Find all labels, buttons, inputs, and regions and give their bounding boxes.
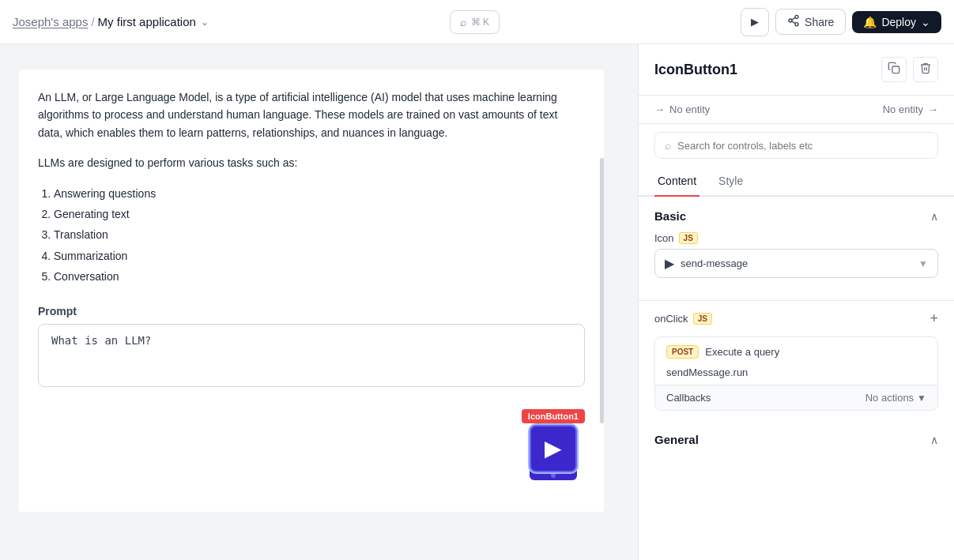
onclick-text: onClick	[654, 313, 688, 325]
delete-button[interactable]	[913, 57, 938, 82]
section-basic-title: Basic	[654, 209, 686, 223]
post-badge: POST	[666, 345, 699, 359]
list-item: Generating text	[54, 205, 585, 223]
icon-select-chevron-icon: ▼	[918, 258, 928, 269]
prompt-input[interactable]: What is an LLM?	[38, 324, 585, 387]
icon-field-label: Icon JS	[654, 232, 938, 244]
onclick-label: onClick JS	[654, 313, 712, 325]
deploy-button[interactable]: 🔔 Deploy ⌄	[852, 11, 941, 33]
icon-field: Icon JS ▶ send-message ▼	[654, 232, 938, 278]
breadcrumb-chevron-icon[interactable]: ⌄	[201, 17, 209, 28]
query-execute-label: Execute a query	[705, 346, 779, 358]
onclick-header: onClick JS +	[639, 301, 954, 336]
query-card: POST Execute a query sendMessage.run Cal…	[654, 336, 938, 411]
entity-right-label: No entity	[883, 103, 923, 115]
breadcrumb-current-app[interactable]: My first application	[98, 15, 196, 28]
bell-icon: 🔔	[863, 16, 877, 28]
breadcrumb-apps-link[interactable]: Joseph's apps	[13, 15, 88, 28]
search-shortcut: ⌘ K	[471, 17, 489, 28]
panel-header-icons	[881, 57, 938, 82]
panel-tabs: Content Style	[639, 167, 954, 197]
share-label: Share	[805, 16, 834, 28]
prompt-input-wrapper: What is an LLM?	[38, 324, 585, 390]
icon-label-text: Icon	[654, 232, 674, 244]
tab-style[interactable]: Style	[715, 167, 746, 197]
deploy-label: Deploy	[881, 16, 916, 28]
header-actions: ▶ Share 🔔 Deploy ⌄	[741, 8, 941, 36]
entity-row: → No entity No entity →	[639, 96, 954, 124]
copy-button[interactable]	[881, 57, 907, 82]
onclick-add-button[interactable]: +	[929, 310, 938, 327]
svg-line-4	[792, 17, 796, 20]
icon-select-value: ▶ send-message	[665, 256, 748, 271]
global-search[interactable]: ⌕ ⌘ K	[450, 10, 500, 34]
callbacks-label: Callbacks	[666, 392, 711, 404]
svg-point-2	[795, 23, 798, 26]
canvas-content: An LLM, or Large Language Model, is a ty…	[19, 70, 604, 512]
svg-point-1	[789, 19, 792, 22]
run-icon: ▶	[751, 16, 759, 28]
entity-right-arrow-icon: →	[928, 103, 938, 115]
section-general-title: General	[654, 433, 699, 446]
entity-left-label: No entity	[669, 103, 710, 115]
copy-icon	[888, 62, 900, 77]
list-item: Summarization	[54, 247, 585, 265]
panel-header: IconButton1	[639, 44, 954, 96]
query-name: sendMessage.run	[655, 366, 937, 385]
prompt-label: Prompt	[38, 305, 585, 318]
main-layout: An LLM, or Large Language Model, is a ty…	[0, 44, 954, 560]
callbacks-value: No actions	[865, 392, 914, 404]
panel-search-icon: ⌕	[665, 139, 671, 152]
section-basic: Basic ∧ Icon JS ▶ send-message ▼	[639, 197, 954, 301]
svg-point-0	[795, 15, 798, 18]
search-icon: ⌕	[460, 16, 466, 28]
list-item: Answering questions	[54, 185, 585, 202]
entity-left[interactable]: → No entity	[654, 103, 710, 115]
callbacks-right: No actions ▼	[865, 392, 926, 404]
icon-select-dropdown[interactable]: ▶ send-message ▼	[654, 249, 938, 278]
icon-select-text: send-message	[681, 257, 748, 269]
canvas-text-block: An LLM, or Large Language Model, is a ty…	[38, 88, 585, 286]
run-button[interactable]: ▶	[741, 8, 769, 36]
share-icon	[787, 14, 800, 29]
query-card-header: POST Execute a query	[655, 337, 937, 366]
svg-line-3	[792, 21, 796, 24]
svg-rect-5	[892, 66, 899, 73]
scrollbar-thumb	[600, 158, 604, 423]
feature-list: Answering questions Generating text Tran…	[38, 185, 585, 286]
panel-search-input[interactable]	[677, 140, 928, 152]
onclick-section: onClick JS + POST Execute a query sendMe…	[639, 301, 954, 420]
delete-icon	[919, 62, 932, 77]
callbacks-row[interactable]: Callbacks No actions ▼	[655, 385, 937, 410]
icon-button-play-icon: ▶	[545, 438, 562, 460]
breadcrumb: Joseph's apps / My first application ⌄	[13, 15, 209, 28]
header-left: Joseph's apps / My first application ⌄	[13, 15, 209, 28]
scrollbar[interactable]	[599, 70, 604, 512]
callbacks-chevron-icon: ▼	[917, 393, 926, 404]
icon-button-widget[interactable]: ▶	[530, 425, 577, 472]
section-general: General ∧	[639, 420, 954, 459]
entity-right[interactable]: No entity →	[883, 103, 938, 115]
header: Joseph's apps / My first application ⌄ ⌕…	[0, 0, 954, 44]
breadcrumb-separator: /	[91, 15, 94, 28]
list-item: Translation	[54, 226, 585, 243]
deploy-chevron-icon: ⌄	[921, 16, 930, 28]
icon-button-tooltip: IconButton1	[522, 409, 585, 423]
canvas-area[interactable]: An LLM, or Large Language Model, is a ty…	[0, 44, 638, 560]
prompt-section: Prompt What is an LLM?	[38, 305, 585, 390]
list-item: Conversation	[54, 268, 585, 285]
section-basic-chevron-icon[interactable]: ∧	[930, 210, 938, 223]
section-general-chevron-icon[interactable]: ∧	[930, 434, 938, 446]
entity-left-arrow-icon: →	[654, 103, 665, 115]
right-panel: IconButton1	[638, 44, 954, 560]
send-message-icon: ▶	[665, 256, 674, 271]
panel-search[interactable]: ⌕	[654, 132, 938, 159]
paragraph-2: LLMs are designed to perform various tas…	[38, 154, 585, 171]
panel-title: IconButton1	[654, 62, 737, 78]
share-button[interactable]: Share	[775, 9, 846, 35]
section-general-header: General ∧	[654, 433, 938, 446]
icon-js-badge: JS	[679, 232, 698, 244]
tab-content[interactable]: Content	[654, 167, 699, 197]
icon-button-dot	[551, 473, 556, 478]
icon-button-overlay: IconButton1 ▶	[522, 409, 585, 480]
